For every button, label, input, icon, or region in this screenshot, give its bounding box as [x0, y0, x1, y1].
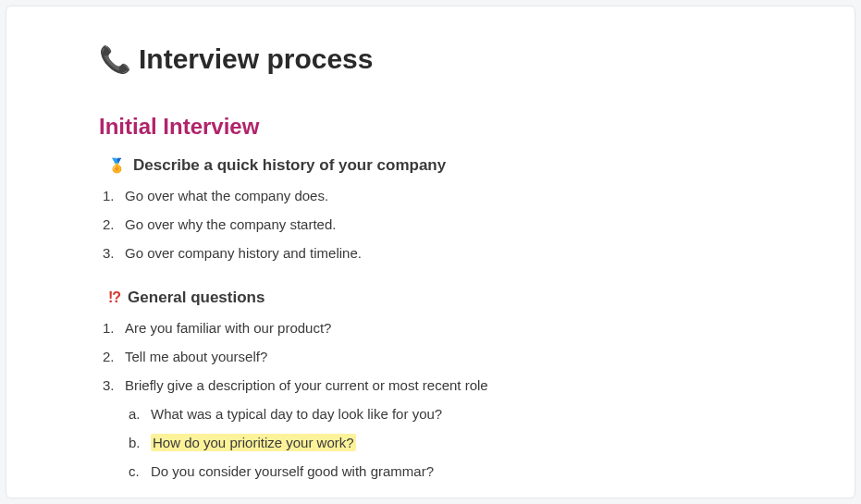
general-questions-list: Are you familiar with our product? Tell … — [99, 318, 762, 481]
list-item: Tell me about yourself? — [99, 347, 762, 366]
list-item-text: Briefly give a description of your curre… — [125, 377, 488, 393]
section-heading-initial-interview: Initial Interview — [99, 114, 762, 140]
list-item: Go over why the company started. — [99, 215, 762, 234]
page-title: 📞 Interview process — [99, 43, 762, 75]
list-item: Go over company history and timeline. — [99, 243, 762, 263]
page-title-text: Interview process — [139, 43, 373, 75]
medal-icon: 🏅 — [108, 157, 126, 174]
sub-question-list: What was a typical day to day look like … — [125, 404, 762, 481]
list-item: Briefly give a description of your curre… — [99, 375, 762, 481]
list-item: Are you familiar with our product? — [99, 318, 762, 338]
list-item: What was a typical day to day look like … — [125, 404, 762, 424]
highlighted-text: How do you prioritize your work? — [151, 434, 356, 451]
sub-heading-company-history: 🏅 Describe a quick history of your compa… — [108, 156, 762, 175]
sub-heading-general-questions: !? General questions — [108, 289, 762, 307]
list-item: Do you consider yourself good with gramm… — [125, 461, 762, 481]
list-item: Go over what the company does. — [99, 186, 762, 205]
document-card: 📞 Interview process Initial Interview 🏅 … — [6, 6, 855, 498]
sub-heading-text: General questions — [128, 289, 264, 307]
exclamation-question-icon: !? — [108, 289, 120, 306]
list-item: How do you prioritize your work? — [125, 433, 762, 452]
sub-heading-text: Describe a quick history of your company — [133, 156, 446, 175]
company-history-list: Go over what the company does. Go over w… — [99, 186, 762, 263]
phone-icon: 📞 — [99, 44, 131, 75]
